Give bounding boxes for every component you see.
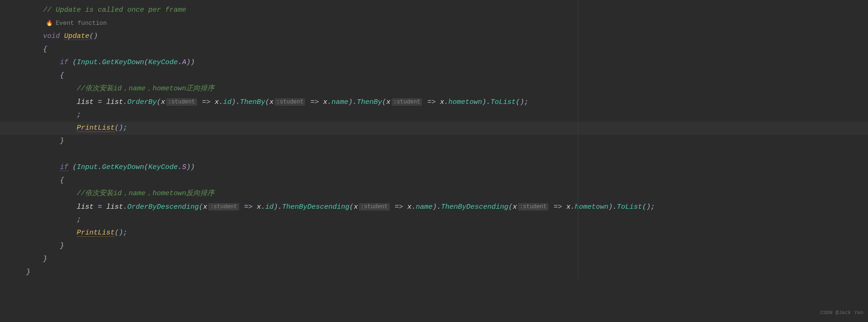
code-line[interactable]: } [0,135,868,148]
brace-open: { [43,45,47,53]
keyword-if: if [60,163,68,171]
type-keycode: KeyCode [148,59,178,66]
comment: //依次安装id，name，hometown反向排序 [77,190,214,198]
enum-key-s: S [182,163,186,171]
method-printlist: PrintList [77,229,115,237]
method-orderby: OrderBy [127,98,157,106]
code-line[interactable]: PrintList(); [0,227,868,240]
inlay-type-hint: :student [518,203,549,211]
code-line[interactable]: ; [0,213,868,227]
keyword-if: if [60,59,68,66]
code-line[interactable]: if (Input.GetKeyDown(KeyCode.A)) [0,56,868,69]
code-line[interactable]: { [0,69,868,82]
flame-icon: 🔥 [46,17,53,30]
method-name-update: Update [64,32,89,40]
code-line-current[interactable]: PrintList(); [0,122,868,135]
code-line[interactable]: { [0,174,868,187]
method-thenbydescending: ThenByDescending [282,203,350,211]
watermark: CSDN @Jack Yan [820,306,863,319]
code-editor[interactable]: // Update is called once per frame 🔥Even… [0,0,868,279]
method-tolist: ToList [490,98,516,106]
semicolon: ; [77,111,81,119]
code-line[interactable]: // Update is called once per frame [0,4,868,17]
code-line[interactable]: if (Input.GetKeyDown(KeyCode.S)) [0,161,868,174]
code-line[interactable]: { [0,43,868,56]
inlay-type-hint: :student [275,98,306,106]
inlay-type-hint: :student [208,203,239,211]
enum-key-a: A [182,59,186,66]
code-line-blank[interactable] [0,148,868,161]
method-orderbydescending: OrderByDescending [127,203,199,211]
keyword-void: void [43,32,60,40]
brace-close: } [43,255,47,263]
code-line[interactable]: list = list.OrderBy(x:student => x.id).T… [0,95,868,109]
inlay-type-hint: :student [392,98,423,106]
code-line[interactable]: void Update() [0,30,868,43]
semicolon: ; [77,216,81,224]
inlay-hint-row: 🔥Event function [0,17,868,30]
inlay-hint-label: Event function [56,17,107,30]
code-line[interactable]: list = list.OrderByDescending(x:student … [0,200,868,213]
right-margin-guide [578,0,578,279]
comment: // Update is called once per frame [43,6,186,14]
type-input: Input [77,59,98,66]
code-line[interactable]: //依次安装id，name，hometown反向排序 [0,187,868,200]
method-getkeydown: GetKeyDown [102,59,144,66]
method-thenby: ThenBy [240,98,265,106]
code-line[interactable]: //依次安装id，name，hometown正向排序 [0,82,868,95]
code-line[interactable]: } [0,266,868,279]
comment: //依次安装id，name，hometown正向排序 [77,85,214,93]
inlay-type-hint: :student [359,203,390,211]
code-line[interactable]: ; [0,109,868,122]
code-line[interactable]: } [0,240,868,253]
code-line[interactable]: } [0,253,868,266]
inlay-type-hint: :student [166,98,197,106]
method-printlist: PrintList [77,124,115,132]
